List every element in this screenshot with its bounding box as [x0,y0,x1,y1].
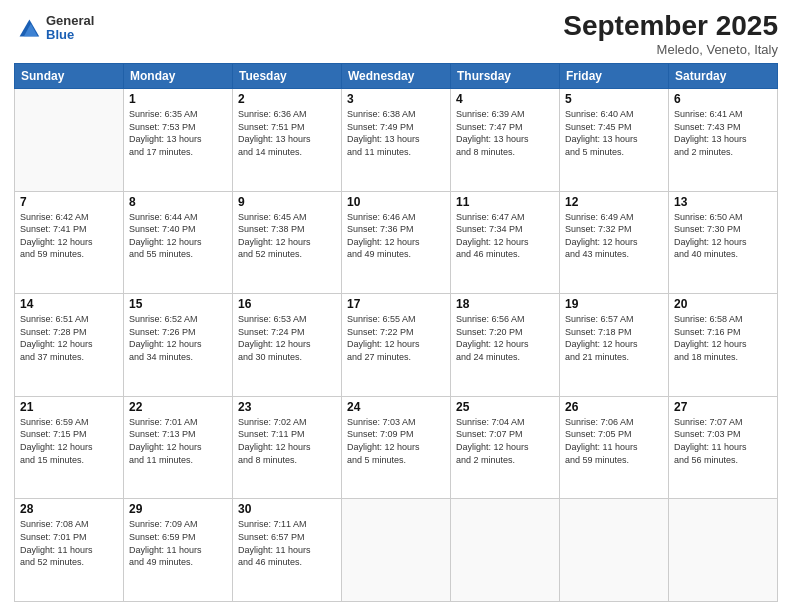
day-number: 1 [129,92,227,106]
day-number: 7 [20,195,118,209]
cell-info: Sunrise: 6:59 AMSunset: 7:15 PMDaylight:… [20,416,118,466]
logo: General Blue [14,14,94,43]
day-number: 2 [238,92,336,106]
day-number: 9 [238,195,336,209]
calendar-cell: 7Sunrise: 6:42 AMSunset: 7:41 PMDaylight… [15,191,124,294]
cell-info: Sunrise: 6:51 AMSunset: 7:28 PMDaylight:… [20,313,118,363]
cell-info: Sunrise: 7:09 AMSunset: 6:59 PMDaylight:… [129,518,227,568]
day-number: 19 [565,297,663,311]
cell-info: Sunrise: 6:57 AMSunset: 7:18 PMDaylight:… [565,313,663,363]
calendar-cell: 3Sunrise: 6:38 AMSunset: 7:49 PMDaylight… [342,89,451,192]
week-row: 14Sunrise: 6:51 AMSunset: 7:28 PMDayligh… [15,294,778,397]
cell-info: Sunrise: 6:50 AMSunset: 7:30 PMDaylight:… [674,211,772,261]
calendar-cell: 18Sunrise: 6:56 AMSunset: 7:20 PMDayligh… [451,294,560,397]
cell-info: Sunrise: 6:38 AMSunset: 7:49 PMDaylight:… [347,108,445,158]
cell-info: Sunrise: 6:39 AMSunset: 7:47 PMDaylight:… [456,108,554,158]
calendar-cell: 29Sunrise: 7:09 AMSunset: 6:59 PMDayligh… [124,499,233,602]
subtitle: Meledo, Veneto, Italy [563,42,778,57]
day-number: 25 [456,400,554,414]
cell-info: Sunrise: 7:02 AMSunset: 7:11 PMDaylight:… [238,416,336,466]
weekday-header: Friday [560,64,669,89]
day-number: 14 [20,297,118,311]
calendar-cell [15,89,124,192]
day-number: 16 [238,297,336,311]
cell-info: Sunrise: 6:55 AMSunset: 7:22 PMDaylight:… [347,313,445,363]
day-number: 17 [347,297,445,311]
cell-info: Sunrise: 6:49 AMSunset: 7:32 PMDaylight:… [565,211,663,261]
logo-text: General Blue [46,14,94,43]
cell-info: Sunrise: 7:06 AMSunset: 7:05 PMDaylight:… [565,416,663,466]
cell-info: Sunrise: 6:40 AMSunset: 7:45 PMDaylight:… [565,108,663,158]
calendar-cell: 11Sunrise: 6:47 AMSunset: 7:34 PMDayligh… [451,191,560,294]
calendar-cell: 21Sunrise: 6:59 AMSunset: 7:15 PMDayligh… [15,396,124,499]
logo-blue: Blue [46,28,94,42]
day-number: 23 [238,400,336,414]
cell-info: Sunrise: 6:35 AMSunset: 7:53 PMDaylight:… [129,108,227,158]
month-title: September 2025 [563,10,778,42]
calendar-cell [342,499,451,602]
day-number: 21 [20,400,118,414]
cell-info: Sunrise: 7:07 AMSunset: 7:03 PMDaylight:… [674,416,772,466]
calendar-cell: 25Sunrise: 7:04 AMSunset: 7:07 PMDayligh… [451,396,560,499]
day-number: 5 [565,92,663,106]
day-number: 26 [565,400,663,414]
title-block: September 2025 Meledo, Veneto, Italy [563,10,778,57]
cell-info: Sunrise: 7:11 AMSunset: 6:57 PMDaylight:… [238,518,336,568]
calendar-cell: 5Sunrise: 6:40 AMSunset: 7:45 PMDaylight… [560,89,669,192]
cell-info: Sunrise: 6:58 AMSunset: 7:16 PMDaylight:… [674,313,772,363]
calendar-cell [669,499,778,602]
weekday-header: Sunday [15,64,124,89]
day-number: 22 [129,400,227,414]
weekday-header: Monday [124,64,233,89]
cell-info: Sunrise: 7:03 AMSunset: 7:09 PMDaylight:… [347,416,445,466]
calendar-cell: 26Sunrise: 7:06 AMSunset: 7:05 PMDayligh… [560,396,669,499]
calendar-cell: 23Sunrise: 7:02 AMSunset: 7:11 PMDayligh… [233,396,342,499]
weekday-header: Thursday [451,64,560,89]
cell-info: Sunrise: 7:01 AMSunset: 7:13 PMDaylight:… [129,416,227,466]
calendar-cell: 2Sunrise: 6:36 AMSunset: 7:51 PMDaylight… [233,89,342,192]
day-number: 24 [347,400,445,414]
day-number: 10 [347,195,445,209]
calendar-cell [451,499,560,602]
calendar-cell: 10Sunrise: 6:46 AMSunset: 7:36 PMDayligh… [342,191,451,294]
calendar-cell: 8Sunrise: 6:44 AMSunset: 7:40 PMDaylight… [124,191,233,294]
cell-info: Sunrise: 6:42 AMSunset: 7:41 PMDaylight:… [20,211,118,261]
calendar-cell: 9Sunrise: 6:45 AMSunset: 7:38 PMDaylight… [233,191,342,294]
day-number: 29 [129,502,227,516]
logo-general: General [46,14,94,28]
calendar-cell: 15Sunrise: 6:52 AMSunset: 7:26 PMDayligh… [124,294,233,397]
day-number: 12 [565,195,663,209]
calendar-cell: 6Sunrise: 6:41 AMSunset: 7:43 PMDaylight… [669,89,778,192]
calendar-cell: 12Sunrise: 6:49 AMSunset: 7:32 PMDayligh… [560,191,669,294]
day-number: 13 [674,195,772,209]
day-number: 6 [674,92,772,106]
calendar-cell: 28Sunrise: 7:08 AMSunset: 7:01 PMDayligh… [15,499,124,602]
cell-info: Sunrise: 6:56 AMSunset: 7:20 PMDaylight:… [456,313,554,363]
day-number: 20 [674,297,772,311]
weekday-header: Saturday [669,64,778,89]
calendar-cell: 19Sunrise: 6:57 AMSunset: 7:18 PMDayligh… [560,294,669,397]
week-row: 21Sunrise: 6:59 AMSunset: 7:15 PMDayligh… [15,396,778,499]
calendar-cell: 24Sunrise: 7:03 AMSunset: 7:09 PMDayligh… [342,396,451,499]
week-row: 7Sunrise: 6:42 AMSunset: 7:41 PMDaylight… [15,191,778,294]
calendar-cell: 16Sunrise: 6:53 AMSunset: 7:24 PMDayligh… [233,294,342,397]
cell-info: Sunrise: 6:44 AMSunset: 7:40 PMDaylight:… [129,211,227,261]
calendar-cell: 17Sunrise: 6:55 AMSunset: 7:22 PMDayligh… [342,294,451,397]
calendar-cell [560,499,669,602]
day-number: 3 [347,92,445,106]
cell-info: Sunrise: 7:04 AMSunset: 7:07 PMDaylight:… [456,416,554,466]
calendar-cell: 4Sunrise: 6:39 AMSunset: 7:47 PMDaylight… [451,89,560,192]
cell-info: Sunrise: 7:08 AMSunset: 7:01 PMDaylight:… [20,518,118,568]
calendar-cell: 1Sunrise: 6:35 AMSunset: 7:53 PMDaylight… [124,89,233,192]
cell-info: Sunrise: 6:53 AMSunset: 7:24 PMDaylight:… [238,313,336,363]
day-number: 30 [238,502,336,516]
logo-icon [14,14,42,42]
cell-info: Sunrise: 6:45 AMSunset: 7:38 PMDaylight:… [238,211,336,261]
calendar-cell: 22Sunrise: 7:01 AMSunset: 7:13 PMDayligh… [124,396,233,499]
cell-info: Sunrise: 6:46 AMSunset: 7:36 PMDaylight:… [347,211,445,261]
cell-info: Sunrise: 6:52 AMSunset: 7:26 PMDaylight:… [129,313,227,363]
calendar: SundayMondayTuesdayWednesdayThursdayFrid… [14,63,778,602]
calendar-cell: 30Sunrise: 7:11 AMSunset: 6:57 PMDayligh… [233,499,342,602]
day-number: 8 [129,195,227,209]
page: General Blue September 2025 Meledo, Vene… [0,0,792,612]
